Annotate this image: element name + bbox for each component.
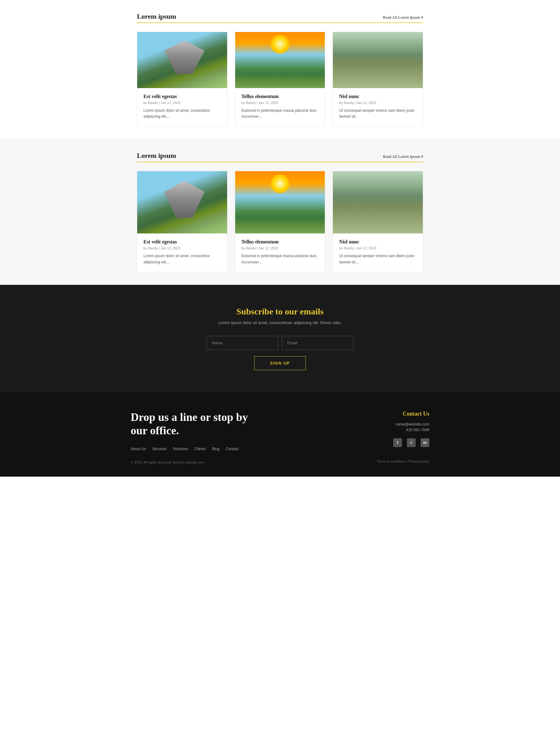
card-1-2-body: Tellus elementum by Randy | Jan 12, 2022… <box>235 88 325 126</box>
card-1-3-image <box>333 32 423 88</box>
card-2-3-body: Nisl nunc by Randy | Jan 12, 2022 Ut con… <box>333 233 423 272</box>
footer-right: Contact Us name@website.com 410-591-7849… <box>377 411 429 463</box>
section-1-title: Lorem ipsum <box>137 12 176 21</box>
footer-nav-solutions[interactable]: Solutions <box>173 447 188 451</box>
footer-nav: About Us Services Solutions Clients Blog… <box>131 447 255 451</box>
subscribe-subtitle: Lorem ipsum dolor sit amet, consectetuer… <box>6 320 554 325</box>
footer-contact-title: Contact Us <box>377 411 429 417</box>
footer-nav-clients[interactable]: Clients <box>194 447 206 451</box>
card-1-1-image <box>137 32 227 88</box>
footer-left: Drop us a line or stop by our office. Ab… <box>131 411 255 464</box>
footer-copyright: © 2023. All rights reserved. Built by we… <box>131 461 255 464</box>
card-1-3-meta: by Randy | Jan 12, 2022 <box>339 101 417 105</box>
card-2-1-image <box>137 171 227 233</box>
card-1-1-meta: by Randy | Jan 12, 2022 <box>143 101 221 105</box>
card-2-2[interactable]: Tellus elementum by Randy | Jan 12, 2022… <box>235 171 325 272</box>
card-2-2-meta: by Randy | Jan 12, 2022 <box>241 246 319 250</box>
sign-up-button[interactable]: SIGN UP <box>254 356 306 370</box>
footer-nav-about[interactable]: About Us <box>131 447 146 451</box>
card-2-1[interactable]: Est velit egestas by Randy | Jan 12, 202… <box>137 171 227 272</box>
footer-legal: Terms & conditions | Privacy policy <box>377 460 429 463</box>
section-1-read-all[interactable]: Read All Lorem Ipsum 9 <box>383 15 423 20</box>
card-2-1-meta: by Randy | Jan 12, 2022 <box>143 246 221 250</box>
card-1-1-title: Est velit egestas <box>143 94 221 99</box>
footer: Drop us a line or stop by our office. Ab… <box>0 392 560 477</box>
section-2-header: Lorem ipsum Read All Lorem Ipsum 9 <box>137 152 423 160</box>
card-2-3-excerpt: Ut consequat semper viverra nam libero j… <box>339 253 417 265</box>
card-2-2-image <box>235 171 325 233</box>
card-1-3-title: Nisl nunc <box>339 94 417 99</box>
section-2-read-all[interactable]: Read All Lorem Ipsum 9 <box>383 154 423 159</box>
footer-inner: Drop us a line or stop by our office. Ab… <box>131 411 429 464</box>
card-2-3[interactable]: Nisl nunc by Randy | Jan 12, 2022 Ut con… <box>333 171 423 272</box>
name-input[interactable] <box>207 336 278 350</box>
section-1-cards-grid: Est velit egestas by Randy | Jan 12, 202… <box>137 32 423 127</box>
section-1-header: Lorem ipsum Read All Lorem Ipsum 9 <box>137 12 423 21</box>
footer-email: name@website.com <box>377 422 429 427</box>
footer-phone: 410-591-7849 <box>377 428 429 432</box>
section-1: Lorem ipsum Read All Lorem Ipsum 9 Est v… <box>131 0 429 139</box>
card-1-3-excerpt: Ut consequat semper viverra nam libero j… <box>339 108 417 119</box>
footer-tagline: Drop us a line or stop by our office. <box>131 411 255 438</box>
card-2-2-title: Tellus elementum <box>241 239 319 245</box>
card-1-3-body: Nisl nunc by Randy | Jan 12, 2022 Ut con… <box>333 88 423 126</box>
section-2: Lorem ipsum Read All Lorem Ipsum 9 Est v… <box>0 139 560 284</box>
card-1-2[interactable]: Tellus elementum by Randy | Jan 12, 2022… <box>235 32 325 127</box>
facebook-icon[interactable]: f <box>393 438 402 447</box>
linkedin-icon[interactable]: in <box>421 438 429 447</box>
card-2-2-body: Tellus elementum by Randy | Jan 12, 2022… <box>235 233 325 272</box>
card-2-2-excerpt: Euismod in pellentesque massa placerat d… <box>241 253 319 265</box>
card-1-2-image <box>235 32 325 88</box>
twitter-icon[interactable]: t <box>407 438 416 447</box>
card-2-1-excerpt: Lorem ipsum dolor sit amet, consectetur … <box>143 253 221 265</box>
subscribe-section: Subscribe to our emails Lorem ipsum dolo… <box>0 285 560 392</box>
section-1-divider <box>137 22 423 23</box>
card-2-3-image <box>333 171 423 233</box>
card-2-3-title: Nisl nunc <box>339 239 417 245</box>
card-1-1[interactable]: Est velit egestas by Randy | Jan 12, 202… <box>137 32 227 127</box>
card-1-1-excerpt: Lorem ipsum dolor sit amet, consectetur … <box>143 108 221 119</box>
card-1-2-title: Tellus elementum <box>241 94 319 99</box>
footer-nav-blog[interactable]: Blog <box>212 447 219 451</box>
card-1-1-body: Est velit egestas by Randy | Jan 12, 202… <box>137 88 227 126</box>
card-2-1-title: Est velit egestas <box>143 239 221 245</box>
section-2-title: Lorem ipsum <box>137 152 176 160</box>
section-2-wrapper: Lorem ipsum Read All Lorem Ipsum 9 Est v… <box>131 139 429 284</box>
subscribe-title: Subscribe to our emails <box>6 307 554 316</box>
card-2-1-body: Est velit egestas by Randy | Jan 12, 202… <box>137 233 227 272</box>
footer-nav-services[interactable]: Services <box>152 447 166 451</box>
footer-social: f t in <box>377 438 429 447</box>
footer-nav-contact[interactable]: Contact <box>226 447 238 451</box>
section-2-divider <box>137 161 423 162</box>
card-2-3-meta: by Randy | Jan 12, 2022 <box>339 246 417 250</box>
card-1-2-excerpt: Euismod in pellentesque massa placerat d… <box>241 108 319 119</box>
card-1-3[interactable]: Nisl nunc by Randy | Jan 12, 2022 Ut con… <box>333 32 423 127</box>
section-2-cards-grid: Est velit egestas by Randy | Jan 12, 202… <box>137 171 423 272</box>
email-input[interactable] <box>282 336 353 350</box>
card-1-2-meta: by Randy | Jan 12, 2022 <box>241 101 319 105</box>
subscribe-form <box>6 336 554 350</box>
